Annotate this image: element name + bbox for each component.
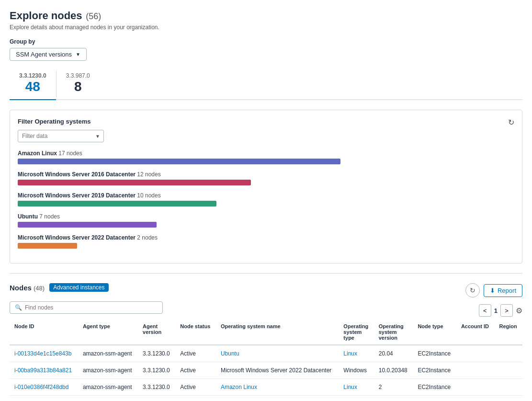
- cell-os-version: 2: [374, 379, 413, 396]
- tab-version-1[interactable]: 3.3.1230.0 48: [10, 69, 56, 100]
- filter-title: Filter Operating systems: [18, 118, 91, 125]
- node-id-link[interactable]: i-010e0386f4f248dbd: [14, 384, 68, 390]
- node-id-link[interactable]: i-00ba99a313b84a821: [14, 367, 72, 374]
- col-node-type: Node type: [413, 320, 456, 345]
- table-row: i-00133d4e1c15e843b amazon-ssm-agent 3.3…: [10, 345, 522, 362]
- tab-version-2[interactable]: 3.3.987.0 8: [57, 69, 100, 100]
- cell-os-name: Microsoft Windows Server 2022 Datacenter: [216, 362, 339, 379]
- bar-track: [18, 159, 340, 164]
- search-icon: 🔍: [15, 304, 22, 311]
- bar-label: Microsoft Windows Server 2022 Datacenter…: [18, 234, 514, 241]
- cell-node-status: Active: [175, 362, 216, 379]
- bar-track: [18, 243, 77, 249]
- cell-agent-version: 3.3.1230.0: [138, 379, 175, 396]
- current-page: 1: [494, 307, 498, 314]
- filter-input[interactable]: [18, 130, 104, 142]
- col-agent-version: Agentversion: [138, 320, 175, 345]
- cell-node-status: Active: [175, 345, 216, 362]
- cell-os-type: Linux: [339, 345, 374, 362]
- report-button[interactable]: ⬇ Report: [484, 284, 522, 297]
- cell-agent-version: 3.3.1230.0: [138, 345, 175, 362]
- nodes-header: Nodes (48) Advanced instances: [10, 283, 109, 292]
- nodes-section: Nodes (48) Advanced instances ↻ ⬇ Report…: [10, 283, 522, 396]
- group-by-dropdown[interactable]: SSM Agent versions ▼: [10, 48, 87, 61]
- bar-item: Microsoft Windows Server 2022 Datacenter…: [18, 234, 514, 249]
- main-page: Explore nodes (56) Explore details about…: [0, 0, 532, 401]
- page-title: Explore nodes (56): [10, 10, 522, 22]
- nodes-title: Nodes (48): [10, 284, 45, 292]
- search-bar: 🔍: [10, 301, 163, 314]
- divider: [10, 273, 522, 274]
- cell-node-status: Active: [175, 379, 216, 396]
- col-node-id: Node ID: [10, 320, 78, 345]
- table-row: i-010e0386f4f248dbd amazon-ssm-agent 3.3…: [10, 379, 522, 396]
- cell-agent-type: amazon-ssm-agent: [78, 345, 138, 362]
- bar-item: Microsoft Windows Server 2016 Datacenter…: [18, 171, 514, 185]
- advanced-instances-badge: Advanced instances: [49, 283, 108, 292]
- table-row: i-00ba99a313b84a821 amazon-ssm-agent 3.3…: [10, 362, 522, 379]
- col-account-id: Account ID: [456, 320, 495, 345]
- bar-track: [18, 201, 216, 206]
- filter-chevron-icon: ▼: [95, 134, 100, 139]
- group-by-label: Group by: [10, 38, 522, 45]
- os-name-link[interactable]: Ubuntu: [221, 350, 239, 357]
- cell-node-id: i-010e0386f4f248dbd: [10, 379, 78, 396]
- os-name-link[interactable]: Amazon Linux: [221, 384, 257, 390]
- refresh-button[interactable]: ↻: [508, 118, 514, 127]
- filter-input-wrap: ▼: [18, 130, 104, 142]
- filter-section: Filter Operating systems ↻ ▼ Amazon Linu…: [10, 110, 522, 264]
- pagination: < 1 >: [479, 304, 513, 317]
- bars-container: Amazon Linux 17 nodes Microsoft Windows …: [18, 150, 514, 249]
- cell-node-type: EC2Instance: [413, 362, 456, 379]
- col-os-name: Operating system name: [216, 320, 339, 345]
- search-input[interactable]: [25, 304, 158, 311]
- cell-account-id: [456, 379, 495, 396]
- page-subtitle: Explore details about managed nodes in y…: [10, 24, 522, 31]
- cell-account-id: [456, 362, 495, 379]
- cell-node-id: i-00133d4e1c15e843b: [10, 345, 78, 362]
- bar-item: Ubuntu 7 nodes: [18, 213, 514, 228]
- bar-label: Ubuntu 7 nodes: [18, 213, 514, 220]
- nodes-table: Node ID Agent type Agentversion Node sta…: [10, 320, 522, 396]
- page-header: Explore nodes (56) Explore details about…: [10, 10, 522, 31]
- cell-os-version: 20.04: [374, 345, 413, 362]
- next-page-button[interactable]: >: [500, 304, 513, 317]
- prev-page-button[interactable]: <: [479, 304, 491, 317]
- os-name-link[interactable]: Microsoft Windows Server 2022 Datacenter: [221, 367, 331, 374]
- cell-os-name: Amazon Linux: [216, 379, 339, 396]
- cell-node-type: EC2Instance: [413, 379, 456, 396]
- cell-region: [494, 379, 522, 396]
- cell-region: [494, 362, 522, 379]
- cell-agent-type: amazon-ssm-agent: [78, 362, 138, 379]
- download-icon: ⬇: [490, 287, 495, 294]
- settings-button[interactable]: ⚙: [516, 306, 522, 315]
- col-agent-type: Agent type: [78, 320, 138, 345]
- col-node-status: Node status: [175, 320, 216, 345]
- bar-label: Amazon Linux 17 nodes: [18, 150, 514, 157]
- bar-track: [18, 180, 251, 185]
- bar-label: Microsoft Windows Server 2019 Datacenter…: [18, 192, 514, 199]
- col-os-type: Operatingsystemtype: [339, 320, 374, 345]
- col-os-version: Operatingsystemversion: [374, 320, 413, 345]
- nodes-actions: ↻ ⬇ Report: [465, 283, 522, 298]
- cell-os-name: Ubuntu: [216, 345, 339, 362]
- cell-region: [494, 345, 522, 362]
- bar-item: Microsoft Windows Server 2019 Datacenter…: [18, 192, 514, 206]
- cell-os-version: 10.0.20348: [374, 362, 413, 379]
- refresh-nodes-button[interactable]: ↻: [465, 283, 480, 298]
- cell-node-type: EC2Instance: [413, 345, 456, 362]
- node-id-link[interactable]: i-00133d4e1c15e843b: [14, 350, 71, 357]
- bar-label: Microsoft Windows Server 2016 Datacenter…: [18, 171, 514, 178]
- cell-node-id: i-00ba99a313b84a821: [10, 362, 78, 379]
- cell-agent-version: 3.3.1230.0: [138, 362, 175, 379]
- cell-os-type: Windows: [339, 362, 374, 379]
- bar-item: Amazon Linux 17 nodes: [18, 150, 514, 164]
- chevron-down-icon: ▼: [76, 52, 80, 57]
- cell-account-id: [456, 345, 495, 362]
- col-region: Region: [494, 320, 522, 345]
- bar-track: [18, 222, 157, 228]
- cell-agent-type: amazon-ssm-agent: [78, 379, 138, 396]
- cell-os-type: Linux: [339, 379, 374, 396]
- version-tabs: 3.3.1230.0 48 3.3.987.0 8: [10, 69, 522, 100]
